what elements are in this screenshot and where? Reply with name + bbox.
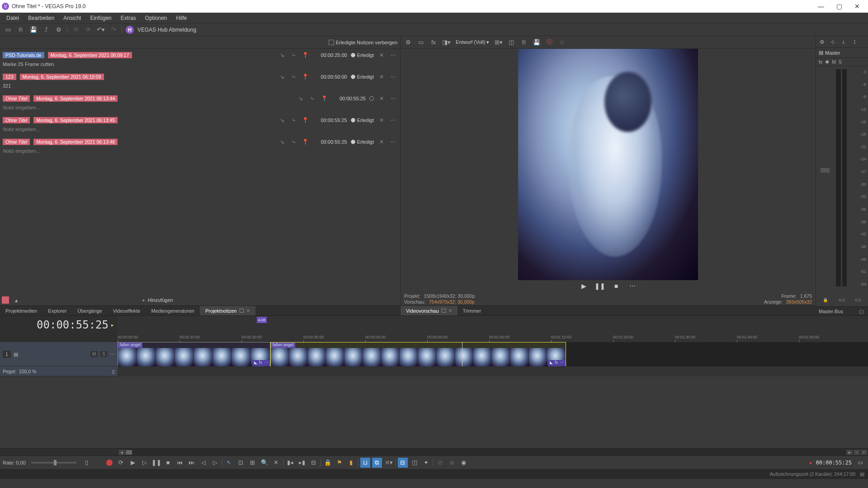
master-insert-icon[interactable]: ⊹ [829,38,837,46]
note-pin-icon[interactable]: 📍 [302,73,310,81]
track-menu-icon[interactable]: ▤ [14,352,18,357]
marker-chip[interactable]: 4-35 [257,317,267,323]
note-delete-icon[interactable]: ✕ [377,138,386,146]
master-menu-icon[interactable]: ▤ [819,50,823,56]
note-more-icon[interactable]: ⋯ [389,116,397,124]
split-tool-icon[interactable]: ✕ [271,458,281,468]
tab-übergänge[interactable]: Übergänge [72,306,107,315]
add-note-button[interactable]: ＋ Hinzufügen [141,297,173,304]
preview-split-icon[interactable]: ◨▾ [441,37,451,47]
zoom-out-button[interactable]: − [854,450,860,455]
note-goto-icon[interactable]: ↘ [297,94,305,103]
close-button[interactable]: ✕ [848,0,866,13]
scroll-right-button[interactable]: ▸ [846,450,853,455]
misc-icon-3[interactable]: ◉ [459,458,469,468]
save-project-icon[interactable]: 💾 [29,25,38,34]
note-pin-icon[interactable]: 📍 [302,116,310,124]
master-bus-tab[interactable]: Master-Bus ▢ [816,306,868,315]
note-more-icon[interactable]: ⋯ [389,51,397,59]
menu-extras[interactable]: Extras [116,15,141,21]
rate-slider[interactable] [31,462,76,464]
tl-play-button[interactable]: ▷ [140,458,150,468]
tl-stop-button[interactable]: ■ [163,458,173,468]
master-fx-icon[interactable]: fx [819,59,822,65]
go-end-button[interactable]: ⏭ [187,458,197,468]
note-jump-icon[interactable]: ⤷ [290,73,298,81]
misc-icon-2[interactable]: ⊗ [447,458,457,468]
note-color-dropdown-icon[interactable]: ▴ [12,296,21,305]
render-icon[interactable]: ⤴ [42,25,51,34]
clip-fx-badge[interactable]: ◣fx⋯ [252,360,270,366]
menu-ansicht[interactable]: Ansicht [59,15,85,21]
tab-trimmer[interactable]: Trimmer [458,306,487,315]
footer-timecode[interactable]: 00:00:55:25 [816,460,852,466]
preview-fx-icon[interactable]: fx [429,37,439,47]
note-goto-icon[interactable]: ↘ [278,51,286,59]
new-project-icon[interactable]: ▭ [4,25,13,34]
snap-icon[interactable]: ⊔ [360,458,370,468]
note-item[interactable]: Ohne TitelMontag, 6. September 2021 06:1… [0,114,400,136]
note-more-icon[interactable]: ⋯ [389,94,397,103]
master-solo-button[interactable]: S [839,59,842,65]
note-goto-icon[interactable]: ↘ [278,138,286,146]
undo-dropdown-icon[interactable]: ↶▾ [96,25,105,34]
tab-projektnotizen[interactable]: Projektnotizen✕ [200,306,255,315]
minimize-button[interactable]: — [812,0,830,13]
maximize-button[interactable]: ▢ [830,0,848,13]
envelope-tool-icon[interactable]: ⊞ [248,458,258,468]
stop-button[interactable]: ■ [611,282,622,291]
scroll-left-button[interactable]: ◂ [118,450,125,455]
transport-more-icon[interactable]: ⋯ [627,282,638,291]
preview-save-icon[interactable]: 💾 [532,37,542,47]
misc-icon-1[interactable]: ⊘ [435,458,445,468]
note-item[interactable]: Ohne TitelMontag, 6. September 2021 06:1… [0,136,400,157]
tab-close-icon[interactable]: ✕ [246,308,250,313]
preview-quality-dropdown[interactable]: Entwurf (Voll) ▾ [454,39,491,45]
rate-marker-icon[interactable]: ▯ [82,458,92,468]
track-header[interactable]: 1 ▤ M S ⋯ [0,342,118,366]
master-auto-icon[interactable]: ✱ [825,59,829,65]
tab-videovorschau[interactable]: Videovorschau✕ [401,306,458,315]
note-delete-icon[interactable]: ✕ [377,51,386,59]
selection-tool-icon[interactable]: ⊡ [236,458,246,468]
preview-grid-icon[interactable]: ⊞▾ [494,37,504,47]
menu-einfuegen[interactable]: Einfügen [85,15,116,21]
zoom-in-button[interactable]: + [861,450,867,455]
scroll-thumb[interactable] [126,450,132,455]
menu-datei[interactable]: Datei [2,15,24,21]
note-delete-icon[interactable]: ✕ [377,116,386,124]
next-frame-button[interactable]: ▷ [210,458,220,468]
note-delete-icon[interactable]: ✕ [377,73,386,81]
redo-icon[interactable]: ⟳ [84,25,93,34]
normal-edit-tool-icon[interactable]: ↖ [224,458,234,468]
hide-completed-checkbox[interactable]: Erledigte Notizen verbergen [329,40,397,45]
hub-text[interactable]: VEGAS Hub Abmeldung [137,27,196,33]
fader-handle-icon[interactable] [821,168,830,173]
master-mute-button[interactable]: M [832,59,836,65]
note-placeholder[interactable]: Notiz eingeben... [3,104,397,111]
clip-1[interactable]: fallen angel ◣fx⋯ [118,342,270,366]
preview-external-icon[interactable]: ▭ [416,37,426,47]
track-slider-icon[interactable]: ▯ [112,369,115,374]
marker-lane[interactable]: 4-35 [118,316,868,334]
ignore-group-icon[interactable]: ⊟ [398,458,408,468]
timeline-timecode[interactable]: 00:00:55:25 [37,319,108,331]
auto-crossfade-icon[interactable]: ⤭▾ [384,458,394,468]
note-pin-icon[interactable]: 📍 [320,94,328,103]
note-status[interactable]: Erledigt [351,117,374,123]
note-jump-icon[interactable]: ⤷ [290,116,298,124]
track-solo-button[interactable]: S [100,351,107,357]
tab-videoeffekte[interactable]: Videoeffekte [108,306,146,315]
play-from-start-button[interactable]: ▶ [128,458,138,468]
go-start-button[interactable]: ⏮ [175,458,185,468]
master-dim-icon[interactable]: ⫰ [840,38,848,46]
track-mute-button[interactable]: M [90,351,98,357]
properties-icon[interactable]: ⚙ [54,25,63,34]
split-clip-icon[interactable]: ⊟ [309,458,319,468]
note-item[interactable]: 123Montag, 6. September 2021 06:10:09↘ ⤷… [0,70,400,92]
play-button[interactable]: ▶ [578,282,589,291]
marker-icon[interactable]: ⚑ [335,458,344,468]
note-more-icon[interactable]: ⋯ [389,138,397,146]
note-status[interactable]: Erledigt [351,52,374,58]
preview-overlay-icon[interactable]: ◫ [506,37,516,47]
